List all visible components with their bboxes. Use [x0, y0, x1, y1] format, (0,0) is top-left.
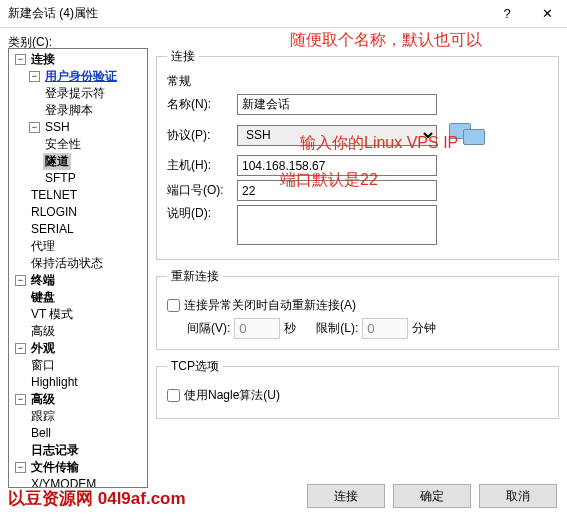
- collapse-icon[interactable]: −: [15, 275, 26, 286]
- tree-tunnel[interactable]: 隧道: [43, 153, 71, 170]
- name-label: 名称(N):: [167, 96, 237, 113]
- limit-label: 限制(L):: [316, 320, 358, 337]
- interval-input[interactable]: [234, 318, 280, 339]
- tree-terminal[interactable]: 终端: [29, 272, 57, 289]
- tree-trace[interactable]: 跟踪: [29, 408, 57, 425]
- tree-keepalive[interactable]: 保持活动状态: [29, 255, 105, 272]
- tree-userauth[interactable]: 用户身份验证: [43, 68, 119, 85]
- reconnect-chklabel: 连接异常关闭时自动重新连接(A): [184, 297, 356, 314]
- ok-button[interactable]: 确定: [393, 484, 471, 508]
- close-button[interactable]: ✕: [527, 0, 567, 28]
- nagle-label: 使用Nagle算法(U): [184, 387, 280, 404]
- collapse-icon[interactable]: −: [15, 54, 26, 65]
- min-label: 分钟: [412, 320, 436, 337]
- category-tree[interactable]: −连接 −用户身份验证 登录提示符 登录脚本 −SSH 安全性 隧道 SFTP …: [8, 48, 148, 488]
- connection-legend: 连接: [167, 48, 199, 65]
- tree-connection[interactable]: 连接: [29, 51, 57, 68]
- reconnect-group: 重新连接 连接异常关闭时自动重新连接(A) 间隔(V): 秒 限制(L): 分钟: [156, 268, 559, 350]
- tree-vtmode[interactable]: VT 模式: [29, 306, 75, 323]
- right-panel: 连接 常规 名称(N): 协议(P): SSH 主机(H): 端口号(O): 说…: [156, 48, 559, 480]
- tree-filetransfer[interactable]: 文件传输: [29, 459, 81, 476]
- tree-ssh[interactable]: SSH: [43, 119, 72, 136]
- name-input[interactable]: [237, 94, 437, 115]
- collapse-icon[interactable]: −: [29, 71, 40, 82]
- host-label: 主机(H):: [167, 157, 237, 174]
- tree-appearance[interactable]: 外观: [29, 340, 57, 357]
- collapse-icon[interactable]: −: [15, 462, 26, 473]
- collapse-icon[interactable]: −: [29, 122, 40, 133]
- watermark: 以豆资源网 04l9af.com: [8, 487, 186, 510]
- desc-label: 说明(D):: [167, 205, 237, 222]
- tree-window[interactable]: 窗口: [29, 357, 57, 374]
- tree-loginscript[interactable]: 登录脚本: [43, 102, 95, 119]
- tree-serial[interactable]: SERIAL: [29, 221, 76, 238]
- help-button[interactable]: ?: [487, 0, 527, 28]
- interval-label: 间隔(V):: [187, 320, 230, 337]
- tree-advanced2[interactable]: 高级: [29, 391, 57, 408]
- port-input[interactable]: [237, 180, 437, 201]
- tcp-group: TCP选项 使用Nagle算法(U): [156, 358, 559, 419]
- desc-input[interactable]: [237, 205, 437, 245]
- tcp-legend: TCP选项: [167, 358, 223, 375]
- tree-rlogin[interactable]: RLOGIN: [29, 204, 79, 221]
- footer-buttons: 连接 确定 取消: [307, 484, 557, 512]
- collapse-icon[interactable]: −: [15, 394, 26, 405]
- window-controls: ? ✕: [487, 0, 567, 28]
- protocol-label: 协议(P):: [167, 127, 237, 144]
- titlebar: 新建会话 (4)属性 ? ✕: [0, 0, 567, 28]
- sec-label: 秒: [284, 320, 296, 337]
- port-label: 端口号(O):: [167, 182, 237, 199]
- nagle-checkbox[interactable]: [167, 389, 180, 402]
- window-title: 新建会话 (4)属性: [8, 5, 98, 22]
- tree-security[interactable]: 安全性: [43, 136, 83, 153]
- reconnect-legend: 重新连接: [167, 268, 223, 285]
- tree-highlight[interactable]: Highlight: [29, 374, 80, 391]
- host-input[interactable]: [237, 155, 437, 176]
- tree-bell[interactable]: Bell: [29, 425, 53, 442]
- tree-sftp[interactable]: SFTP: [43, 170, 78, 187]
- cancel-button[interactable]: 取消: [479, 484, 557, 508]
- general-label: 常规: [167, 73, 548, 90]
- reconnect-checkbox[interactable]: [167, 299, 180, 312]
- collapse-icon[interactable]: −: [15, 343, 26, 354]
- tree-logging[interactable]: 日志记录: [29, 442, 81, 459]
- tree-advanced1[interactable]: 高级: [29, 323, 57, 340]
- protocol-select[interactable]: SSH: [237, 125, 437, 146]
- limit-input[interactable]: [362, 318, 408, 339]
- tree-loginprompt[interactable]: 登录提示符: [43, 85, 107, 102]
- tree-telnet[interactable]: TELNET: [29, 187, 79, 204]
- connect-button[interactable]: 连接: [307, 484, 385, 508]
- tree-keyboard[interactable]: 键盘: [29, 289, 57, 306]
- tree-proxy[interactable]: 代理: [29, 238, 57, 255]
- monitors-icon: [449, 119, 489, 151]
- connection-group: 连接 常规 名称(N): 协议(P): SSH 主机(H): 端口号(O): 说…: [156, 48, 559, 260]
